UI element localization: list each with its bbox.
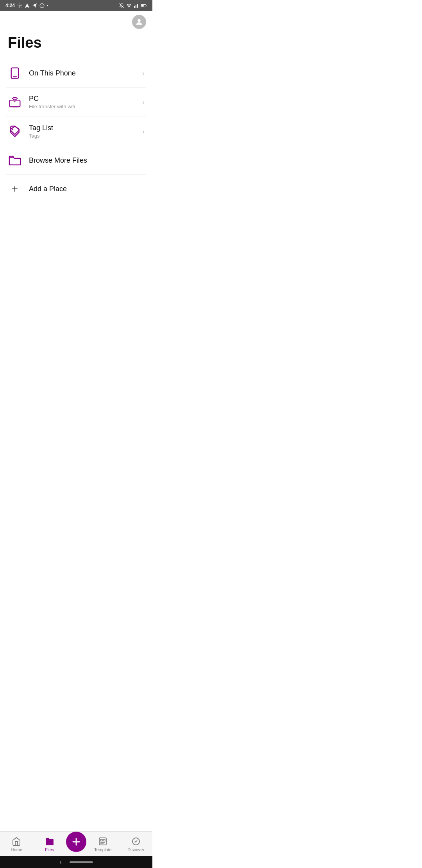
pc-text: PC File transfer with wifi bbox=[29, 95, 135, 109]
svg-line-5 bbox=[120, 3, 124, 8]
mute-icon bbox=[119, 3, 124, 8]
browse-more-files-text: Browse More Files bbox=[29, 156, 145, 165]
send-icon bbox=[32, 3, 37, 8]
on-this-phone-title: On This Phone bbox=[29, 69, 135, 77]
svg-rect-9 bbox=[137, 4, 138, 8]
svg-rect-11 bbox=[141, 5, 144, 6]
tag-list-title: Tag List bbox=[29, 124, 135, 132]
svg-point-12 bbox=[138, 19, 140, 22]
tag-list-text: Tag List Tags bbox=[29, 124, 135, 139]
settings-icon bbox=[17, 3, 22, 8]
svg-point-18 bbox=[12, 129, 13, 130]
battery-icon bbox=[141, 3, 147, 8]
svg-rect-7 bbox=[134, 6, 135, 7]
status-bar: 4:24 • bbox=[0, 0, 152, 11]
dot-indicator: • bbox=[47, 4, 48, 8]
svg-rect-8 bbox=[136, 5, 136, 7]
on-this-phone-text: On This Phone bbox=[29, 69, 135, 77]
nav-icon bbox=[25, 3, 30, 8]
svg-point-4 bbox=[40, 4, 44, 8]
browse-more-files-title: Browse More Files bbox=[29, 156, 145, 165]
svg-marker-3 bbox=[32, 4, 37, 8]
time-display: 4:24 bbox=[5, 3, 15, 8]
signal-icon bbox=[134, 3, 139, 8]
files-list: On This Phone › PC File transfer with wi… bbox=[0, 59, 152, 203]
add-place-item[interactable]: + Add a Place bbox=[6, 175, 146, 203]
header bbox=[0, 11, 152, 30]
tag-list-subtitle: Tags bbox=[29, 133, 135, 139]
page-title: Files bbox=[0, 30, 152, 59]
plus-icon: + bbox=[8, 182, 22, 196]
status-right bbox=[119, 3, 147, 8]
whatsapp-icon bbox=[39, 3, 45, 8]
pc-subtitle: File transfer with wifi bbox=[29, 104, 135, 109]
svg-point-0 bbox=[19, 5, 20, 6]
folder-icon bbox=[8, 153, 22, 167]
svg-point-17 bbox=[14, 101, 16, 102]
chevron-right-icon: › bbox=[142, 69, 145, 77]
chevron-right-icon: › bbox=[142, 98, 145, 106]
pc-item[interactable]: PC File transfer with wifi › bbox=[6, 88, 146, 117]
pc-title: PC bbox=[29, 95, 135, 103]
svg-marker-1 bbox=[25, 4, 29, 8]
add-place-text: Add a Place bbox=[29, 185, 145, 193]
tag-list-item[interactable]: Tag List Tags › bbox=[6, 117, 146, 146]
avatar[interactable] bbox=[132, 15, 146, 29]
chevron-right-icon: › bbox=[142, 127, 145, 136]
status-left: 4:24 • bbox=[5, 3, 48, 8]
browse-more-files-item[interactable]: Browse More Files bbox=[6, 146, 146, 175]
tag-icon bbox=[8, 124, 22, 138]
phone-icon bbox=[8, 66, 22, 80]
add-place-title: Add a Place bbox=[29, 185, 145, 193]
wifi-monitor-icon bbox=[8, 95, 22, 109]
on-this-phone-item[interactable]: On This Phone › bbox=[6, 59, 146, 88]
wifi-icon bbox=[126, 3, 132, 8]
